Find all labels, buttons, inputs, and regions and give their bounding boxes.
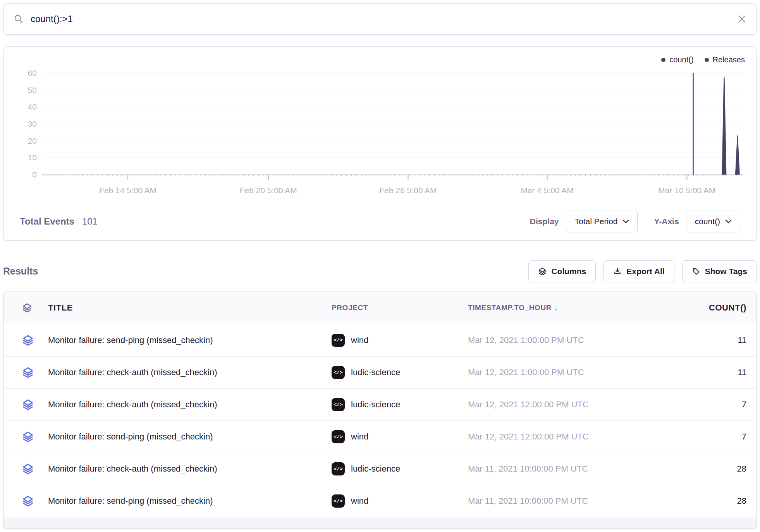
timestamp-cell: Mar 12, 2021 12:00:00 PM UTC — [465, 400, 677, 410]
project-cell: </> ludic-science — [328, 398, 465, 411]
project-platform-icon: </> — [332, 366, 345, 379]
search-icon — [14, 14, 24, 24]
table-row[interactable]: Monitor failure: send-ping (missed_check… — [3, 420, 757, 453]
project-name: ludic-science — [351, 367, 400, 378]
yaxis-dropdown-value: count() — [695, 217, 720, 226]
stack-event-icon — [22, 367, 34, 378]
count-cell: 11 — [677, 335, 746, 345]
svg-text:Mar 4 5:00 AM: Mar 4 5:00 AM — [521, 186, 573, 195]
show-tags-button-label: Show Tags — [705, 267, 747, 276]
chevron-down-icon — [726, 220, 731, 223]
legend-label: Releases — [713, 55, 745, 64]
stack-event-icon — [22, 495, 34, 507]
table-row[interactable]: Monitor failure: check-auth (missed_chec… — [3, 388, 757, 420]
tag-icon — [692, 267, 700, 276]
project-name: wind — [351, 432, 368, 442]
project-cell: </> ludic-science — [328, 366, 465, 379]
svg-text:Feb 14 5:00 AM: Feb 14 5:00 AM — [99, 186, 156, 195]
results-heading: Results — [3, 266, 38, 277]
event-title-link[interactable]: Monitor failure: send-ping (missed_check… — [45, 496, 328, 506]
stack-event-icon — [22, 431, 34, 443]
display-dropdown-value: Total Period — [575, 217, 618, 226]
timestamp-cell: Mar 12, 2021 12:00:00 PM UTC — [465, 432, 677, 442]
chart-footer: Total Events 101 Display Total Period Y-… — [3, 202, 757, 240]
svg-text:50: 50 — [28, 86, 37, 94]
column-header-project[interactable]: PROJECT — [328, 304, 465, 312]
legend-item-releases[interactable]: Releases — [705, 55, 745, 64]
project-platform-icon: </> — [332, 462, 345, 475]
count-cell: 28 — [677, 496, 746, 506]
event-title-link[interactable]: Monitor failure: check-auth (missed_chec… — [45, 464, 328, 474]
stack-event-icon — [22, 399, 34, 410]
results-actions: Columns Export All Show Tags — [528, 260, 757, 282]
timestamp-cell: Mar 12, 2021 1:00:00 PM UTC — [465, 335, 677, 345]
event-title-link[interactable]: Monitor failure: check-auth (missed_chec… — [45, 400, 328, 410]
search-input[interactable] — [31, 14, 730, 24]
results-bar: Results Columns Export All Show Tags — [3, 260, 757, 282]
layers-icon — [538, 267, 547, 276]
total-events-label: Total Events — [20, 216, 74, 227]
columns-button[interactable]: Columns — [528, 260, 596, 282]
export-all-button-label: Export All — [626, 267, 664, 276]
project-platform-icon: </> — [332, 430, 345, 443]
yaxis-label: Y-Axis — [654, 217, 679, 226]
columns-button-label: Columns — [551, 267, 586, 276]
project-name: wind — [351, 335, 368, 345]
sort-desc-icon: ↓ — [554, 303, 558, 312]
display-dropdown[interactable]: Total Period — [566, 211, 638, 232]
column-header-timestamp[interactable]: TIMESTAMP.TO_HOUR ↓ — [465, 303, 677, 312]
table-header: TITLE PROJECT TIMESTAMP.TO_HOUR ↓ COUNT(… — [3, 292, 757, 324]
count-cell: 28 — [677, 464, 746, 474]
results-table: TITLE PROJECT TIMESTAMP.TO_HOUR ↓ COUNT(… — [3, 292, 757, 529]
yaxis-dropdown[interactable]: count() — [686, 211, 740, 232]
download-icon — [613, 267, 622, 276]
svg-text:10: 10 — [28, 153, 37, 162]
events-chart: 0102030405060Feb 14 5:00 AMFeb 20 5:00 A… — [3, 47, 757, 202]
project-platform-icon: </> — [332, 398, 345, 411]
legend-label: count() — [669, 55, 693, 64]
svg-text:20: 20 — [28, 136, 37, 145]
table-footer — [3, 517, 757, 529]
event-title-link[interactable]: Monitor failure: send-ping (missed_check… — [45, 432, 328, 442]
total-events-value: 101 — [82, 216, 98, 227]
timestamp-cell: Mar 11, 2021 10:00:00 PM UTC — [465, 496, 677, 506]
project-name: ludic-science — [351, 464, 400, 474]
timestamp-cell: Mar 12, 2021 1:00:00 PM UTC — [465, 367, 677, 378]
project-platform-icon: </> — [332, 494, 345, 508]
clear-search-button[interactable] — [737, 14, 746, 24]
count-cell: 7 — [677, 432, 746, 442]
svg-text:0: 0 — [32, 170, 37, 179]
show-tags-button[interactable]: Show Tags — [682, 260, 757, 282]
svg-text:Mar 10 5:00 AM: Mar 10 5:00 AM — [658, 186, 715, 195]
chevron-down-icon — [623, 220, 629, 223]
project-cell: </> wind — [328, 494, 465, 508]
svg-text:60: 60 — [28, 69, 37, 77]
close-icon — [737, 14, 746, 24]
table-body: Monitor failure: send-ping (missed_check… — [3, 324, 757, 517]
project-platform-icon: </> — [332, 334, 345, 347]
export-all-button[interactable]: Export All — [604, 260, 674, 282]
events-chart-panel: 0102030405060Feb 14 5:00 AMFeb 20 5:00 A… — [3, 46, 757, 241]
svg-text:30: 30 — [28, 119, 37, 128]
column-header-count[interactable]: COUNT() — [677, 303, 746, 313]
project-cell: </> ludic-science — [328, 462, 465, 475]
legend-item-count[interactable]: count() — [661, 55, 693, 64]
timestamp-cell: Mar 11, 2021 10:00:00 PM UTC — [465, 464, 677, 474]
column-header-title[interactable]: TITLE — [45, 303, 328, 313]
table-row[interactable]: Monitor failure: check-auth (missed_chec… — [3, 453, 757, 485]
legend-dot-icon — [661, 58, 665, 62]
event-title-link[interactable]: Monitor failure: check-auth (missed_chec… — [45, 367, 328, 378]
layers-icon[interactable] — [22, 303, 32, 313]
display-label: Display — [530, 217, 559, 226]
event-title-link[interactable]: Monitor failure: send-ping (missed_check… — [45, 335, 328, 345]
table-row[interactable]: Monitor failure: send-ping (missed_check… — [3, 324, 757, 356]
project-name: wind — [351, 496, 368, 506]
project-cell: </> wind — [328, 430, 465, 443]
table-row[interactable]: Monitor failure: check-auth (missed_chec… — [3, 356, 757, 388]
count-cell: 11 — [677, 367, 746, 378]
svg-text:Feb 26 5:00 AM: Feb 26 5:00 AM — [380, 186, 437, 195]
table-row[interactable]: Monitor failure: send-ping (missed_check… — [3, 485, 757, 517]
chart-area: 0102030405060Feb 14 5:00 AMFeb 20 5:00 A… — [3, 47, 757, 202]
project-cell: </> wind — [328, 334, 465, 347]
chart-legend: count() Releases — [661, 55, 745, 64]
